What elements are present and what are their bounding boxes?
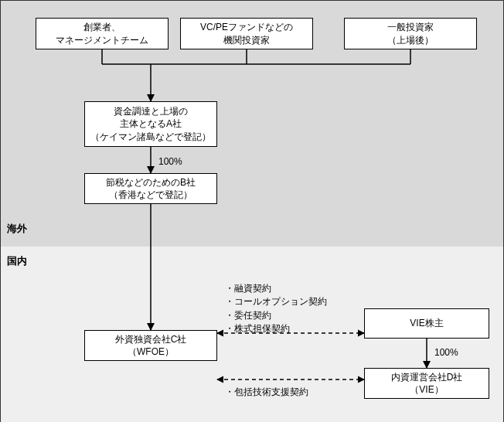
box-vie-holder: VIE株主 (364, 308, 489, 339)
region-label-domestic: 国内 (7, 254, 27, 268)
box-company-c: 外資独資会社C社 （WFOE） (84, 330, 217, 361)
box-company-b: 節税などのためのB社 （香港などで登記） (84, 173, 217, 204)
box-company-a: 資金調達と上場の 主体となるA社 （ケイマン諸島などで登記） (84, 101, 217, 147)
label-100-holder-to-d: 100% (434, 347, 458, 358)
region-label-overseas: 海外 (7, 222, 27, 236)
box-public-investors: 一般投資家 （上場後） (344, 18, 477, 49)
contracts-lower: ・包括技術支援契約 (225, 386, 308, 399)
contract-item: 融資契約 (225, 282, 327, 295)
contract-item: コールオプション契約 (225, 295, 327, 308)
vie-structure-diagram: 海外 国内 VIE holder (upper dashed) --> D (l… (0, 0, 504, 422)
box-vc-pe: VC/PEファンドなどの 機関投資家 (180, 18, 313, 49)
box-founders: 創業者、 マネージメントチーム (36, 18, 169, 49)
label-100-a-to-b: 100% (158, 156, 182, 167)
contracts-upper: 融資契約 コールオプション契約 委任契約 株式担保契約 (225, 282, 327, 336)
box-company-d: 内資運営会社D社 （VIE） (364, 368, 489, 399)
contracts-lower-text: 包括技術支援契約 (234, 386, 308, 397)
contract-item: 株式担保契約 (225, 322, 327, 335)
contract-item: 委任契約 (225, 309, 327, 322)
